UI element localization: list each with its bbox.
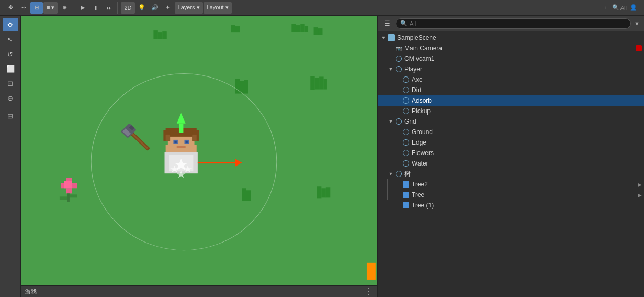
svg-rect-23 [326,187,330,197]
right-arrow-tree: ▶ [638,192,642,198]
tree-item-samplescene[interactable]: SampleScene [378,32,644,43]
svg-marker-56 [177,171,186,178]
search-input[interactable] [410,20,626,27]
svg-rect-32 [60,196,67,200]
left-btn-hand[interactable]: ✥ [3,18,18,31]
left-btn-rotate[interactable]: ↺ [3,47,18,61]
tree-item-tree2[interactable]: Tree2 ▶ [378,179,644,190]
tree-arrow-ground [394,128,402,136]
tree-item-main-camera[interactable]: 📷 Main Camera [378,43,644,53]
svg-rect-48 [175,141,177,143]
tree-label-ground: Ground [412,128,642,136]
tree-item-grid[interactable]: Grid [378,116,644,127]
svg-rect-40 [168,133,195,155]
tree-item-ground[interactable]: Ground [378,127,644,137]
toolbar-btn-2d[interactable]: 2D [121,2,134,14]
toolbar-btn-pause[interactable]: ⏸ [89,2,102,14]
toolbar-btn-move[interactable]: ⊹ [17,2,30,14]
left-btn-grid2[interactable]: ⊞ [3,109,18,123]
tree-item-axe[interactable]: Axe [378,74,644,85]
tree-item-tree[interactable]: Tree ▶ [378,190,644,200]
toolbar-btn-layout[interactable]: Layout ▾ [204,2,232,14]
svg-rect-41 [166,128,197,137]
grid-overlay [21,16,377,297]
svg-rect-16 [315,78,319,89]
panel-search[interactable]: 🔍 [396,18,631,29]
2d-label: 2D [124,5,131,11]
svg-rect-30 [64,181,72,188]
tree-arrow-maincam [387,45,394,52]
tree-item-water[interactable]: Water [378,158,644,169]
toolbar-btn-hand[interactable]: ✥ [4,2,17,14]
tree-arrow-cmvcam1 [387,55,394,62]
svg-rect-42 [163,130,170,141]
toolbar-btn-grid[interactable]: ⊞ [30,2,43,14]
panel-menu-btn[interactable]: ☰ [382,18,392,29]
svg-marker-53 [175,159,188,170]
scene-svg [21,16,377,285]
toolbar-btn-pivot[interactable]: ⊕ [58,2,71,14]
tree-label-player: Player [404,65,642,73]
svg-rect-45 [192,135,196,141]
icon-cmvcam1 [394,54,403,63]
tree-item-tree-parent[interactable]: 树 [378,169,644,179]
tree-label-tree2: Tree2 [412,181,636,188]
game-label: 游戏 [25,288,37,295]
panel-header: ☰ 🔍 ▼ [378,16,644,31]
svg-rect-3 [162,31,166,39]
scene-view[interactable]: 游戏 ⋮ [21,16,377,297]
tree-item-edge[interactable]: Edge [378,137,644,148]
toolbar-btn-layers[interactable]: Layers ▾ [175,2,203,14]
toolbar-btn-step[interactable]: ⏭ [103,2,115,14]
left-btn-arrow[interactable]: ↖ [3,32,18,46]
toolbar-btn-light[interactable]: 💡 [135,2,148,14]
icon-grid [394,117,403,126]
toolbar-btn-play[interactable]: ▶ [76,2,89,14]
svg-rect-22 [321,188,325,197]
icon-maincam: 📷 [394,44,403,52]
svg-rect-52 [169,155,193,171]
tree-item-tree1[interactable]: Tree (1) [378,200,644,211]
tree-item-cmvcam1[interactable]: CM vcam1 [378,53,644,64]
tree-label-grid: Grid [404,118,642,125]
svg-rect-44 [166,135,170,141]
panel-icon: ▼ [634,20,640,27]
toolbar-btn-add[interactable]: + [599,2,612,14]
tree-label-axe: Axe [412,76,642,83]
svg-marker-60 [235,159,242,167]
svg-rect-10 [314,27,318,35]
transform-tools: ✥ ⊹ ⊞ ≡ ▾ ⊕ [2,2,73,14]
scene-bottom-dots[interactable]: ⋮ [365,287,373,296]
tree-label-tree-parent: 树 [404,170,642,179]
tree-label-main-camera: Main Camera [404,45,634,52]
tree-item-adsorb[interactable]: Adsorb [378,95,644,106]
toolbar-btn-snap[interactable]: ≡ ▾ [43,2,58,14]
tree-item-dirt[interactable]: Dirt [378,85,644,95]
tree-label-pickup: Pickup [412,107,642,115]
tree-item-pickup[interactable]: Pickup [378,106,644,116]
tree-item-player[interactable]: Player [378,64,644,74]
svg-rect-21 [317,186,321,198]
play-tools: ▶ ⏸ ⏭ [74,2,118,14]
svg-rect-43 [192,130,199,141]
tree-arrow-samplescene [380,34,387,41]
svg-rect-15 [310,76,314,90]
svg-rect-27 [66,183,72,188]
svg-rect-61 [367,263,376,280]
tree-label-tree1: Tree (1) [412,202,642,209]
icon-tree-parent [394,170,403,178]
left-btn-rect[interactable]: ⊡ [3,76,18,90]
svg-rect-28 [72,183,77,188]
toolbar-btn-account[interactable]: 👤 [627,2,640,14]
toolbar-btn-audio[interactable]: 🔊 [149,2,161,14]
left-btn-scale[interactable]: ⬜ [3,62,18,75]
svg-rect-0 [21,16,377,285]
svg-rect-47 [185,140,189,144]
svg-rect-13 [240,81,244,93]
svg-rect-26 [61,183,66,188]
svg-rect-58 [179,124,183,133]
tree-item-flowers[interactable]: Flowers [378,148,644,158]
toolbar-btn-fx[interactable]: ✦ [162,2,174,14]
left-btn-transform[interactable]: ⊕ [3,91,18,105]
svg-rect-49 [186,141,188,143]
